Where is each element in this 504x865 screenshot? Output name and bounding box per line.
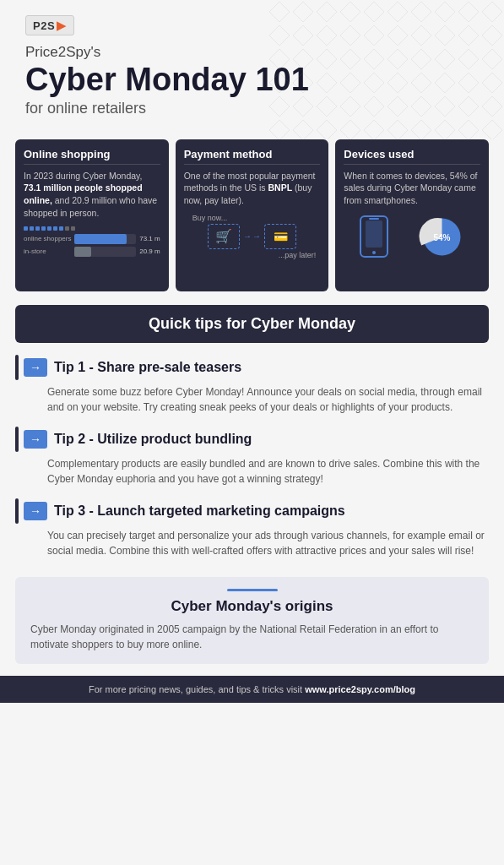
header-tagline: for online retailers (25, 100, 479, 117)
tip-3-bar (15, 498, 19, 524)
devices-used-card: Devices used When it comes to devices, 5… (335, 139, 489, 291)
svg-text:54%: 54% (434, 232, 451, 242)
tips-section: Quick tips for Cyber Monday → Tip 1 - Sh… (0, 305, 504, 577)
buy-now-label: Buy now... (192, 214, 228, 222)
dot (53, 226, 57, 231)
tip-1-arrow-btn: → (24, 358, 47, 377)
footer-link[interactable]: www.price2spy.com/blog (305, 684, 415, 694)
logo-arrow-icon: ▶ (57, 18, 67, 33)
bar-label-online: online shoppers (24, 235, 74, 242)
dot-grey (71, 226, 75, 231)
payment-method-card: Payment method One of the most popular p… (176, 139, 329, 291)
svg-rect-3 (366, 220, 382, 248)
card-icon: 💳 (264, 224, 296, 249)
cart-icon: 🛒 (208, 224, 240, 249)
tip-1-title: Tip 1 - Share pre-sale teasers (54, 360, 241, 375)
dot-grey (65, 226, 69, 231)
tip-1-bar (15, 355, 19, 380)
origins-section: Cyber Monday's origins Cyber Monday orig… (15, 577, 489, 664)
logo-badge: P2S ▶ (25, 15, 74, 35)
devices-visual: 54% (344, 214, 480, 260)
bar-row-instore: in-store 20.9 m (24, 247, 160, 257)
pie-chart: 54% (419, 214, 465, 260)
payment-boxes: 🛒 → → 💳 (208, 224, 296, 249)
payment-method-title: Payment method (184, 148, 321, 165)
logo-text: P2S (33, 19, 55, 32)
tip-1-title-row: → Tip 1 - Share pre-sale teasers (15, 355, 489, 380)
tip-2-title: Tip 2 - Utilize product bundling (54, 432, 252, 447)
online-shopping-body: In 2023 during Cyber Monday, 73.1 millio… (24, 170, 160, 220)
origins-divider (227, 589, 278, 591)
devices-used-body: When it comes to devices, 54% of sales d… (344, 170, 480, 207)
svg-point-4 (372, 251, 376, 254)
arrow-right-icon: → (30, 361, 41, 374)
tip-3-title-row: → Tip 3 - Launch targeted marketing camp… (15, 498, 489, 524)
smartphone-icon (359, 215, 389, 258)
tip-3-title: Tip 3 - Launch targeted marketing campai… (54, 503, 345, 519)
bar-chart: online shoppers 73.1 m in-store 20.9 m (24, 226, 160, 257)
origins-body: Cyber Monday originated in 2005 campaign… (30, 622, 474, 652)
tip-3: → Tip 3 - Launch targeted marketing camp… (15, 498, 489, 558)
online-shopping-title: Online shopping (24, 148, 160, 165)
tip-1: → Tip 1 - Share pre-sale teasers Generat… (15, 355, 489, 415)
origins-title: Cyber Monday's origins (30, 598, 474, 615)
info-cards-row: Online shopping In 2023 during Cyber Mon… (0, 139, 504, 305)
dot (41, 226, 46, 231)
tip-1-body: Generate some buzz before Cyber Monday! … (15, 384, 489, 415)
footer-text: For more pricing news, guides, and tips … (17, 684, 487, 694)
tip-2-bar (15, 427, 19, 452)
bar-track-online (74, 234, 136, 244)
devices-used-title: Devices used (344, 148, 480, 165)
footer: For more pricing news, guides, and tips … (0, 676, 504, 703)
tip-3-body: You can precisely target and personalize… (15, 528, 489, 558)
tip-2-title-row: → Tip 2 - Utilize product bundling (15, 427, 489, 452)
header-subtitle: Price2Spy's (25, 44, 479, 61)
dot (35, 226, 40, 231)
bar-fill-instore (74, 247, 91, 257)
arrow-right-icon: → (30, 432, 41, 446)
dot (47, 226, 51, 231)
bar-fill-online (74, 234, 127, 244)
bar-value-instore: 20.9 m (139, 248, 160, 255)
arrow-icon: → (252, 231, 261, 241)
bar-value-online: 73.1 m (139, 235, 160, 242)
tips-header: Quick tips for Cyber Monday (15, 305, 489, 343)
arrow-right-icon: → (30, 504, 41, 518)
dot (30, 226, 34, 231)
header-title: Cyber Monday 101 (25, 63, 479, 98)
arrow-icon: → (243, 231, 252, 241)
tip-2: → Tip 2 - Utilize product bundling Compl… (15, 427, 489, 487)
payment-visual: Buy now... 🛒 → → 💳 ...pay later! (184, 214, 321, 259)
bar-row-online: online shoppers 73.1 m (24, 234, 160, 244)
payment-method-body: One of the most popular payment methods … (184, 170, 321, 207)
pay-later-label: ...pay later! (279, 251, 317, 259)
dot (59, 226, 63, 231)
bar-label-instore: in-store (24, 248, 74, 255)
page-wrapper: P2S ▶ Price2Spy's Cyber Monday 101 for o… (0, 0, 504, 703)
tip-3-arrow-btn: → (24, 502, 47, 520)
header-section: P2S ▶ Price2Spy's Cyber Monday 101 for o… (0, 0, 504, 139)
tips-header-text: Quick tips for Cyber Monday (149, 315, 355, 332)
tip-2-body: Complementary products are easily bundle… (15, 456, 489, 487)
arrow-icons: → → (243, 231, 261, 241)
svg-rect-5 (369, 218, 379, 220)
tip-2-arrow-btn: → (24, 430, 47, 449)
dot (24, 226, 28, 231)
online-shopping-card: Online shopping In 2023 during Cyber Mon… (15, 139, 169, 291)
bar-dots-online (24, 226, 160, 231)
phone-icon-container (359, 215, 389, 258)
pie-chart-svg: 54% (419, 214, 465, 260)
bar-track-instore (74, 247, 136, 257)
